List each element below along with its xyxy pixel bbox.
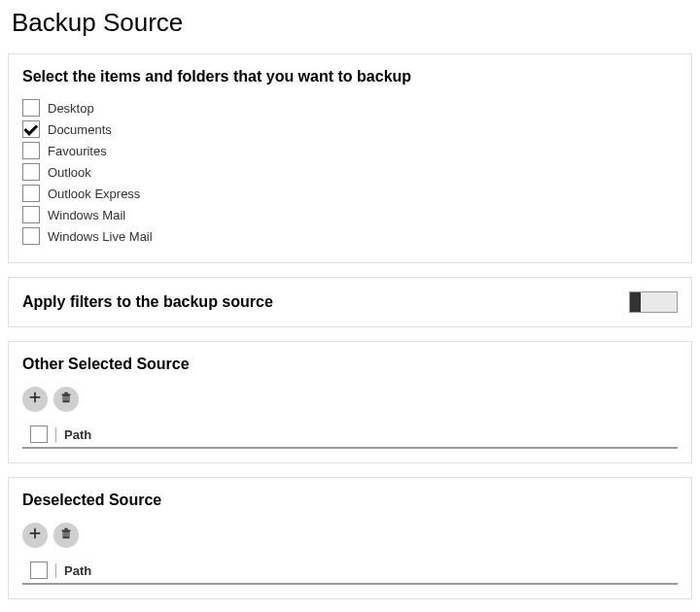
backup-item[interactable]: Favourites [22,142,678,159]
plus-icon [28,391,42,408]
filter-toggle[interactable] [629,291,678,313]
svg-rect-4 [64,392,68,394]
backup-item[interactable]: Windows Mail [22,206,678,223]
svg-rect-13 [64,532,65,536]
svg-rect-10 [62,530,71,532]
page-title: Backup Source [12,8,692,38]
backup-item[interactable]: Desktop [22,99,678,117]
other-source-table: Path [22,422,678,449]
checkbox[interactable] [22,227,40,245]
trash-icon [59,391,73,408]
plus-icon [28,527,42,544]
backup-item-label: Outlook [48,165,91,180]
checkbox[interactable] [22,120,40,138]
backup-item[interactable]: Outlook [22,163,678,181]
svg-rect-5 [64,396,65,400]
filter-panel: Apply filters to the backup source [8,277,692,327]
backup-item-label: Desktop [48,101,94,116]
svg-rect-12 [64,528,68,530]
backup-item-label: Windows Mail [48,208,125,222]
table-header-row: Path [22,558,678,585]
checkbox[interactable] [22,185,40,202]
filter-title: Apply filters to the backup source [22,293,273,311]
checkbox[interactable] [22,99,40,117]
deselected-source-table: Path [22,558,678,585]
table-header-row: Path [22,422,678,449]
select-all-checkbox[interactable] [30,425,48,443]
backup-item[interactable]: Documents [22,120,678,138]
svg-rect-2 [62,394,71,396]
path-column-header: Path [55,427,678,442]
svg-rect-15 [68,532,69,536]
backup-item-label: Outlook Express [48,187,140,201]
backup-item-label: Documents [48,122,112,137]
delete-button[interactable] [53,387,79,412]
checkbox[interactable] [22,163,40,181]
select-items-title: Select the items and folders that you wa… [22,68,678,85]
delete-button[interactable] [53,523,79,548]
svg-rect-7 [68,396,69,400]
backup-item-label: Windows Live Mail [48,229,153,244]
toggle-knob [630,292,641,312]
backup-items-list: DesktopDocumentsFavouritesOutlookOutlook… [22,99,678,245]
svg-rect-14 [66,532,67,536]
other-source-panel: Other Selected Source Path [8,341,692,463]
add-button[interactable] [22,523,48,548]
select-items-panel: Select the items and folders that you wa… [8,53,692,263]
backup-item[interactable]: Outlook Express [22,185,678,202]
backup-item-label: Favourites [48,144,107,158]
path-column-header: Path [55,563,678,578]
trash-icon [59,527,73,544]
other-source-title: Other Selected Source [22,356,678,373]
svg-rect-1 [30,396,41,398]
select-all-checkbox[interactable] [30,561,48,579]
svg-rect-9 [30,532,41,534]
checkbox[interactable] [22,206,40,223]
svg-rect-6 [66,396,67,400]
add-button[interactable] [22,387,48,412]
deselected-source-panel: Deselected Source Path [8,477,692,599]
deselected-source-title: Deselected Source [22,492,678,509]
checkbox[interactable] [22,142,40,159]
backup-item[interactable]: Windows Live Mail [22,227,678,245]
